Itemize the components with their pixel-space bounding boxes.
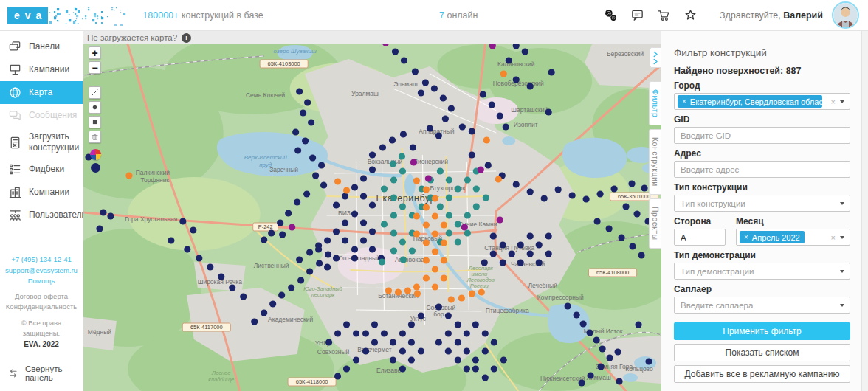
construction-point[interactable] [318,162,325,168]
construction-point[interactable] [316,260,323,266]
construction-point[interactable] [427,125,433,131]
construction-point[interactable] [435,339,442,345]
construction-point[interactable] [455,185,461,192]
construction-point[interactable] [536,241,542,248]
phone-link[interactable]: +7 (495) 134-12-41 [3,255,80,265]
construction-point[interactable] [473,185,480,192]
help-link[interactable]: Помощь [3,276,80,286]
construction-point[interactable] [574,311,580,318]
zoom-out-button[interactable]: − [89,61,101,74]
construction-point[interactable] [441,274,447,281]
construction-point[interactable] [107,212,114,219]
construction-point[interactable] [360,237,367,243]
privacy-link[interactable]: Конфиденциальность [3,302,80,312]
construction-point[interactable] [409,247,416,254]
sidebar-item-companies[interactable]: Компании [0,181,83,204]
construction-point[interactable] [414,290,421,297]
construction-point[interactable] [495,176,502,182]
construction-point[interactable] [423,221,430,228]
construction-point[interactable] [285,210,292,216]
email-link[interactable]: support@evasystem.ru [3,266,80,276]
construction-point[interactable] [517,259,524,266]
construction-point[interactable] [362,330,369,336]
construction-point[interactable] [527,83,534,89]
construction-point[interactable] [369,151,376,158]
construction-point[interactable] [588,372,594,378]
construction-point[interactable] [435,132,442,139]
construction-point[interactable] [324,263,331,270]
construction-point[interactable] [297,277,304,283]
construction-point[interactable] [458,294,465,301]
construction-point[interactable] [261,236,267,243]
construction-point[interactable] [399,238,406,245]
construction-point[interactable] [445,330,452,336]
construction-point[interactable] [635,321,641,328]
construction-point[interactable] [179,218,186,224]
construction-point[interactable] [300,109,306,116]
construction-point[interactable] [432,266,438,272]
construction-point[interactable] [303,190,310,197]
construction-point[interactable] [324,237,331,243]
construction-point[interactable] [569,192,576,198]
construction-point[interactable] [229,284,235,291]
construction-point[interactable] [371,339,378,345]
construction-point[interactable] [342,237,348,243]
construction-point[interactable] [580,320,587,327]
construction-point[interactable] [278,291,285,298]
construction-point[interactable] [379,258,385,265]
address-input[interactable] [674,161,850,178]
construction-point[interactable] [240,293,247,300]
construction-point[interactable] [351,255,358,261]
construction-point[interactable] [432,212,438,219]
offer-link[interactable]: Договор-оферта [3,291,80,302]
construction-point[interactable] [545,250,552,257]
eva-logo[interactable]: eva [7,5,131,26]
supplier-select[interactable]: Введите саплаера [674,297,850,314]
construction-point[interactable] [343,365,350,372]
construction-point[interactable] [343,321,350,328]
construction-point[interactable] [408,339,415,345]
construction-point[interactable] [395,288,402,295]
map-canvas[interactable]: БерёзовскийКалиновскийНовоберёзовскийСем… [83,44,661,391]
avatar[interactable] [832,1,859,29]
map-marker-icon[interactable] [91,163,100,173]
construction-point[interactable] [369,201,376,208]
construction-point[interactable] [385,287,392,294]
construction-point[interactable] [448,105,455,111]
construction-point[interactable] [618,234,624,241]
construction-point[interactable] [422,79,429,86]
construction-point[interactable] [555,186,562,193]
construction-point[interactable] [435,303,442,310]
construction-point[interactable] [469,151,475,158]
construction-point[interactable] [629,243,636,249]
construction-point[interactable] [390,160,396,167]
construction-point[interactable] [390,176,397,183]
construction-point[interactable] [312,172,319,179]
construction-point[interactable] [437,203,444,210]
construction-point[interactable] [360,219,367,226]
cart-icon[interactable] [657,8,671,22]
construction-point[interactable] [369,166,376,173]
map-tab-constructions[interactable]: Конструкции [649,129,661,195]
construction-point[interactable] [500,259,506,266]
show-list-button[interactable]: Показать списком [674,344,850,361]
construction-point[interactable] [400,131,407,137]
expand-panel-button[interactable] [650,47,661,68]
construction-point[interactable] [412,68,418,75]
construction-point[interactable] [399,330,406,336]
construction-point[interactable] [455,238,461,245]
construction-point[interactable] [343,187,350,193]
settings-gears-icon[interactable] [604,8,618,22]
construction-point[interactable] [483,136,490,143]
construction-point[interactable] [522,48,528,55]
construction-point[interactable] [423,186,430,193]
add-all-to-campaign-button[interactable]: Добавить все в рекламную кампанию [674,365,850,383]
construction-point[interactable] [442,115,449,122]
construction-point[interactable] [277,219,283,226]
construction-point[interactable] [342,193,348,199]
construction-point[interactable] [513,181,520,187]
construction-point[interactable] [294,147,301,153]
construction-point[interactable] [369,246,376,252]
draw-circle-button[interactable] [89,101,101,114]
construction-point[interactable] [545,108,552,115]
